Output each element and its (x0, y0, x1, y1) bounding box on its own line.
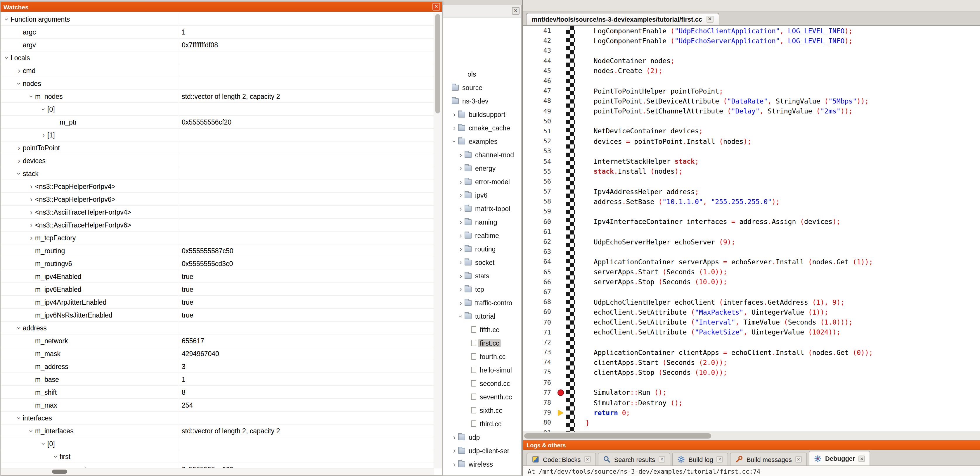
line-number[interactable]: 68 (523, 298, 555, 306)
code-line[interactable]: 80} (523, 418, 980, 428)
line-number[interactable]: 56 (523, 178, 555, 185)
code-text[interactable]: echoClient.SetAttribute ("MaxPackets", U… (585, 308, 828, 316)
line-number[interactable]: 69 (523, 308, 555, 316)
code-text[interactable]: InternetStackHelper stack; (585, 157, 699, 166)
code-line[interactable]: 44 NodeContainer nodes; (523, 56, 980, 66)
code-text[interactable]: Simulator::Run (); (585, 388, 667, 397)
line-number[interactable]: 71 (523, 328, 555, 336)
code-line[interactable]: 60 Ipv4InterfaceContainer interfaces = a… (523, 217, 980, 227)
watch-row[interactable]: ›<ns3::PcapHelperForIpv4> (1, 180, 442, 193)
expander-closed-icon[interactable]: › (457, 232, 465, 239)
code-line[interactable]: 56 (523, 177, 980, 187)
code-line[interactable]: 69 echoClient.SetAttribute ("MaxPackets"… (523, 307, 980, 317)
line-number[interactable]: 45 (523, 67, 555, 75)
expander-open-icon[interactable]: › (16, 414, 22, 422)
code-text[interactable]: pointToPoint.SetDeviceAttribute ("DataRa… (585, 97, 869, 105)
expander-closed-icon[interactable]: › (27, 196, 35, 203)
code-line[interactable]: 54 InternetStackHelper stack; (523, 157, 980, 166)
expander-closed-icon[interactable]: › (457, 245, 465, 252)
line-number[interactable]: 78 (523, 399, 555, 406)
watch-row[interactable]: ›m_nodesstd::vector of length 2, capacit… (1, 90, 442, 103)
code-text[interactable]: return 0; (585, 409, 630, 417)
watch-row[interactable]: ›address (1, 322, 442, 334)
code-line[interactable]: 70 echoClient.SetAttribute ("Interval", … (523, 317, 980, 327)
expander-closed-icon[interactable]: › (27, 221, 35, 228)
code-line[interactable]: 61 (523, 227, 980, 237)
tree-item[interactable]: ›third.cc (443, 417, 521, 430)
code-text[interactable]: NetDeviceContainer devices; (585, 127, 703, 135)
tab-close-icon[interactable]: ✕ (659, 456, 665, 463)
code-text[interactable]: pointToPoint.SetChannelAttribute ("Delay… (585, 107, 853, 115)
tab-close-icon[interactable]: ✕ (859, 455, 865, 462)
tree-item[interactable]: ›stats (443, 269, 521, 283)
watch-row[interactable]: ›Function arguments (1, 13, 442, 26)
code-line[interactable]: 75 clientApps.Stop (Seconds (10.0)); (523, 367, 980, 377)
line-number[interactable]: 63 (523, 248, 555, 256)
code-line[interactable]: 73 ApplicationContainer clientApps = ech… (523, 347, 980, 357)
expander-closed-icon[interactable]: › (27, 183, 35, 190)
tree-item[interactable]: ›fifth.cc (443, 323, 521, 336)
expander-open-icon[interactable]: › (16, 324, 22, 332)
tree-item[interactable]: ›ols (443, 67, 521, 81)
watch-row[interactable]: ›first (1, 450, 442, 463)
watch-row[interactable]: ›m_max254 (1, 399, 442, 412)
code-text[interactable]: Ipv4InterfaceContainer interfaces = addr… (585, 217, 841, 226)
tree-item[interactable]: ›cmake_cache (443, 121, 521, 134)
scrollbar-thumb[interactable] (524, 433, 711, 439)
expander-closed-icon[interactable]: › (450, 447, 458, 454)
watch-row[interactable]: ›m_routingv60x5555555cd3c0 (1, 257, 442, 270)
code-line[interactable]: 74 clientApps.Start (Seconds (2.0)); (523, 357, 980, 367)
expander-open-icon[interactable]: › (3, 15, 10, 23)
code-line[interactable]: 62 UdpEchoServerHelper echoServer (9); (523, 237, 980, 247)
code-text[interactable]: nodes.Create (2); (585, 67, 662, 75)
watch-row[interactable]: ›argc1 (1, 26, 442, 38)
watch-row[interactable]: ›m_interfacesstd::vector of length 2, ca… (1, 425, 442, 438)
tree-item[interactable]: ›first.cc (443, 336, 521, 350)
code-line[interactable]: 53 (523, 147, 980, 157)
code-text[interactable]: address.SetBase ("10.1.1.0", "255.255.25… (585, 198, 780, 206)
watch-row[interactable]: ›<ns3::AsciiTraceHelperForIpv6> (1, 219, 442, 232)
line-number[interactable]: 46 (523, 77, 555, 85)
line-number[interactable]: 75 (523, 369, 555, 376)
tree-item[interactable]: ›udp-client-ser (443, 444, 521, 457)
tree-item[interactable]: ›error-model (443, 175, 521, 188)
expander-closed-icon[interactable]: › (457, 205, 465, 212)
scrollbar-thumb[interactable] (435, 14, 440, 113)
tree-item[interactable]: ›second.cc (443, 377, 521, 390)
watch-row[interactable]: ›m_ipv4Enabledtrue (1, 270, 442, 283)
expander-open-icon[interactable]: › (451, 137, 458, 145)
line-number[interactable]: 64 (523, 258, 555, 266)
editor-horizontal-scrollbar[interactable] (523, 431, 980, 440)
line-number[interactable]: 54 (523, 158, 555, 165)
watch-row[interactable]: ›[0] (1, 438, 442, 450)
expander-closed-icon[interactable]: › (27, 208, 35, 216)
expander-open-icon[interactable]: › (40, 440, 47, 447)
log-tab-code-blocks[interactable]: Code::Blocks✕ (527, 453, 596, 465)
expander-closed-icon[interactable]: › (27, 234, 35, 241)
code-area[interactable]: 41 LogComponentEnable ("UdpEchoClientApp… (523, 26, 980, 431)
code-line[interactable]: 47 PointToPointHelper pointToPoint; (523, 86, 980, 96)
editor-tab-close-icon[interactable]: ✕ (706, 16, 713, 23)
line-number[interactable]: 80 (523, 419, 555, 426)
expander-open-icon[interactable]: › (16, 169, 22, 177)
log-tab-build-messages[interactable]: Build messages✕ (730, 453, 807, 465)
watch-row[interactable]: ›Locals (1, 51, 442, 64)
expander-closed-icon[interactable]: › (15, 67, 23, 74)
code-line[interactable]: 71 echoClient.SetAttribute ("PacketSize"… (523, 327, 980, 337)
line-number[interactable]: 77 (523, 389, 555, 396)
code-line[interactable]: 55 stack.Install (nodes); (523, 166, 980, 176)
code-line[interactable]: 41 LogComponentEnable ("UdpEchoClientApp… (523, 26, 980, 36)
line-number[interactable]: 66 (523, 278, 555, 286)
code-line[interactable]: 66 serverApps.Stop (Seconds (10.0)); (523, 277, 980, 287)
line-number[interactable]: 48 (523, 97, 555, 105)
line-number[interactable]: 61 (523, 228, 555, 236)
code-line[interactable]: 45 nodes.Create (2); (523, 66, 980, 76)
tree-item[interactable]: ›socket (443, 256, 521, 269)
line-number[interactable]: 65 (523, 268, 555, 276)
code-line[interactable]: 49 pointToPoint.SetChannelAttribute ("De… (523, 106, 980, 116)
expander-open-icon[interactable]: › (457, 312, 464, 320)
code-text[interactable]: echoClient.SetAttribute ("PacketSize", U… (585, 328, 841, 336)
watch-row[interactable]: ›[1] (1, 129, 442, 142)
logs-panel-header[interactable]: Logs & others (523, 440, 980, 450)
breakpoint-margin[interactable] (555, 410, 566, 415)
